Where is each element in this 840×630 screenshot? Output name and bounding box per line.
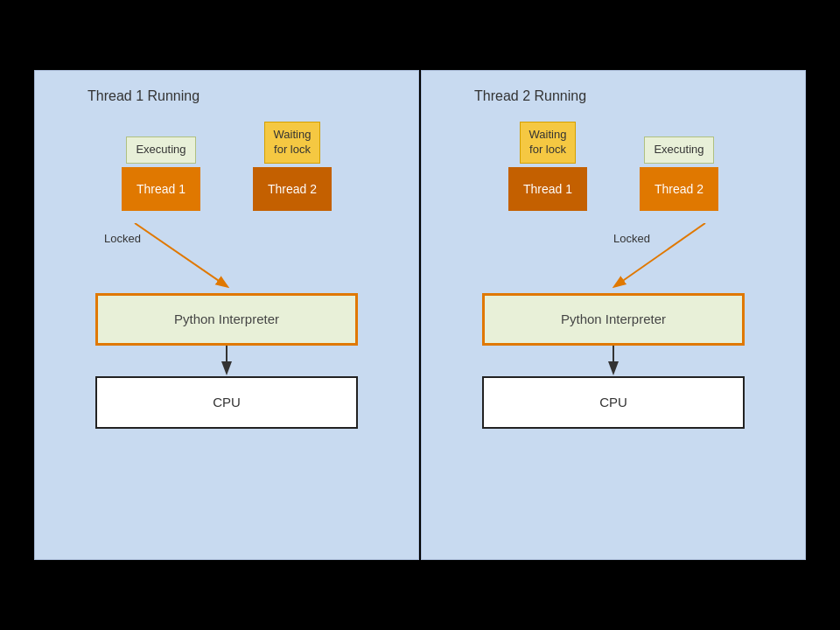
panel-1-threads-row: Executing Thread 1 Waiting for lock Thre… — [61, 122, 392, 211]
panel-1-arrow-svg — [95, 223, 358, 293]
panel-2-thread1-label: Waiting for lock — [520, 122, 577, 164]
panel-1-thread2-box: Thread 2 — [253, 167, 332, 211]
panel-2-thread2-box: Thread 2 — [640, 167, 718, 211]
panel-2-thread1-col: Waiting for lock Thread 1 — [508, 122, 587, 211]
svg-line-2 — [615, 223, 705, 286]
panel-1-down-arrow-svg — [218, 346, 235, 376]
panel-1-title: Thread 1 Running — [88, 88, 200, 104]
panel-2-interpreter: Python Interpreter — [482, 293, 745, 346]
panel-1-interpreter: Python Interpreter — [95, 293, 358, 346]
svg-line-0 — [135, 223, 227, 286]
panel-2-title: Thread 2 Running — [474, 88, 586, 104]
panel-1-cpu: CPU — [95, 376, 358, 429]
panel-1-thread2-col: Waiting for lock Thread 2 — [253, 122, 332, 211]
panel-1-thread1-box: Thread 1 — [122, 167, 200, 211]
diagrams-row: Thread 1 Running Executing Thread 1 Wait… — [34, 70, 806, 560]
panel-2-down-arrow-svg — [605, 346, 622, 376]
outer-container: Thread 1 Running Executing Thread 1 Wait… — [0, 0, 840, 630]
panel-1-thread1-label: Executing — [126, 136, 195, 164]
panel-2-cpu: CPU — [482, 376, 745, 429]
panel-1-thread1-col: Executing Thread 1 — [122, 136, 200, 211]
panel-2-arrow-area: Locked — [482, 223, 745, 293]
panel-2-threads-row: Waiting for lock Thread 1 Executing Thre… — [448, 122, 779, 211]
panel-1-arrow-area: Locked — [95, 223, 358, 293]
panel-2-down-arrow — [482, 346, 745, 376]
panel-2-arrow-svg — [482, 223, 745, 293]
panel-1-thread2-label: Waiting for lock — [264, 122, 321, 164]
panel-2: Thread 2 Running Waiting for lock Thread… — [421, 70, 806, 560]
panel-2-thread2-label: Executing — [644, 136, 713, 164]
panel-2-thread1-box: Thread 1 — [508, 167, 587, 211]
panel-1: Thread 1 Running Executing Thread 1 Wait… — [34, 70, 419, 560]
panel-2-thread2-col: Executing Thread 2 — [640, 136, 718, 211]
panel-1-down-arrow — [95, 346, 358, 376]
